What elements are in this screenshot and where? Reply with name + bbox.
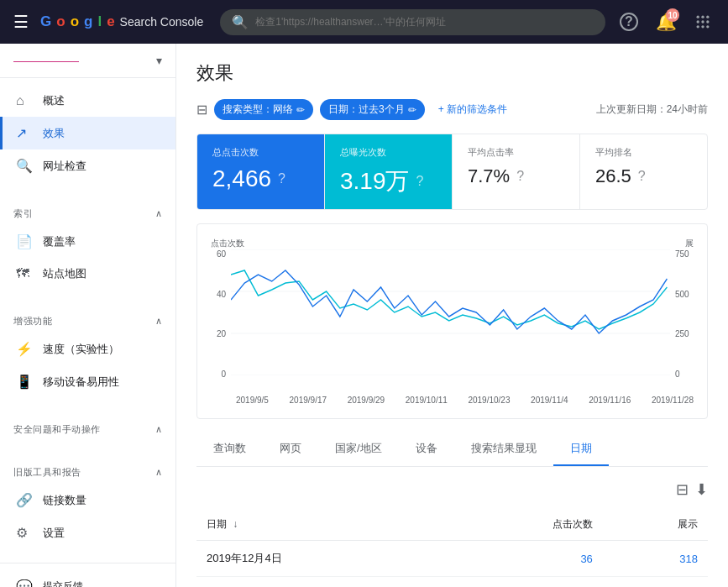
- tab-dates[interactable]: 日期: [553, 432, 609, 466]
- metric-ctr-number: 7.7%: [468, 165, 510, 187]
- svg-point-4: [701, 20, 704, 23]
- sidebar-item-speed[interactable]: ⚡ 速度（实验性）: [0, 333, 175, 365]
- x-label-5: 2019/11/4: [531, 396, 568, 405]
- add-filter-button[interactable]: + 新的筛选条件: [432, 99, 514, 120]
- tab-queries[interactable]: 查询数: [196, 432, 263, 466]
- logo-area: Google Search Console: [40, 13, 203, 30]
- row-clicks-1[interactable]: 22: [445, 577, 603, 588]
- y-right-max: 750: [675, 249, 694, 259]
- sidebar-item-feedback[interactable]: 💬 提交反馈: [0, 570, 175, 587]
- metric-card-ctr[interactable]: 平均点击率 7.7% ?: [453, 134, 580, 209]
- x-label-4: 2019/10/23: [468, 396, 510, 405]
- metric-ctr-value: 7.7% ?: [468, 165, 564, 187]
- col-date-header[interactable]: 日期 ↓: [196, 509, 445, 541]
- sidebar-item-url-inspection[interactable]: 🔍 网址检查: [0, 149, 175, 182]
- index-section-header[interactable]: 索引 ∧: [0, 202, 175, 225]
- sidebar-item-coverage[interactable]: 📄 覆盖率: [0, 225, 175, 258]
- row-impressions-1[interactable]: 315: [603, 577, 708, 588]
- site-name: ——————: [13, 55, 149, 67]
- table-row: 2019年12月4日 36 318: [196, 541, 708, 577]
- top-header: ☰ Google Search Console 🔍 ? 🔔 10: [0, 0, 728, 44]
- x-label-3: 2019/10/11: [406, 396, 448, 405]
- filter-chip-search-type[interactable]: 搜索类型：网络 ✏: [214, 99, 313, 120]
- svg-point-3: [697, 20, 699, 23]
- tab-countries[interactable]: 国家/地区: [318, 432, 399, 466]
- logo-l: l: [97, 13, 102, 30]
- tab-search-appearance[interactable]: 搜索结果显现: [454, 432, 553, 466]
- table-header-row: 日期 ↓ 点击次数 展示: [196, 509, 708, 541]
- y-right-zero: 0: [675, 369, 694, 379]
- tab-devices[interactable]: 设备: [399, 432, 454, 466]
- filter-icon[interactable]: ⊟: [196, 102, 207, 118]
- hamburger-icon[interactable]: ☰: [10, 8, 32, 35]
- links-icon: 🔗: [16, 492, 33, 508]
- metric-clicks-help[interactable]: ?: [278, 171, 285, 186]
- metric-card-position[interactable]: 平均排名 26.5 ?: [580, 134, 707, 209]
- filter-table-icon[interactable]: ⊟: [676, 480, 689, 499]
- metric-position-help[interactable]: ?: [638, 169, 646, 184]
- search-input[interactable]: [255, 16, 594, 28]
- y-left-mid: 40: [211, 290, 226, 299]
- grid-button[interactable]: [688, 7, 718, 37]
- sidebar-item-links[interactable]: 🔗 链接数量: [0, 484, 175, 516]
- collapse-icon-2: ∧: [155, 316, 163, 327]
- main-layout: —————— ▾ ⌂ 概述 ↗ 效果 🔍 网址检查 索引 ∧: [0, 44, 728, 587]
- metric-position-number: 26.5: [595, 165, 631, 187]
- clicks-line: [231, 270, 667, 333]
- logo-text: Search Console: [120, 15, 204, 29]
- table-body: 2019年12月4日 36 318 2019年12月3日 22 315 2019…: [196, 541, 708, 588]
- sidebar: —————— ▾ ⌂ 概述 ↗ 效果 🔍 网址检查 索引 ∧: [0, 44, 176, 587]
- x-label-0: 2019/9/5: [236, 396, 269, 405]
- help-button[interactable]: ?: [614, 7, 644, 37]
- row-impressions-0[interactable]: 318: [603, 541, 708, 577]
- last-updated: 上次更新日期：24小时前: [596, 102, 708, 117]
- y-left-low: 20: [211, 329, 226, 338]
- tab-devices-label: 设备: [416, 442, 437, 454]
- metric-impressions-help[interactable]: ?: [416, 174, 424, 189]
- metric-card-clicks[interactable]: 总点击次数 2,466 ?: [197, 134, 325, 209]
- svg-point-1: [701, 16, 704, 18]
- filter-chip-date[interactable]: 日期：过去3个月 ✏: [320, 99, 425, 120]
- metric-clicks-number: 2,466: [212, 165, 271, 192]
- security-section: 安全问题和手动操作 ∧: [0, 411, 175, 448]
- y-right-low: 250: [675, 329, 694, 338]
- chart-svg: [231, 249, 670, 375]
- svg-point-7: [701, 25, 704, 28]
- sidebar-item-overview[interactable]: ⌂ 概述: [0, 85, 175, 117]
- sidebar-item-sitemap[interactable]: 🗺 站点地图: [0, 258, 175, 290]
- index-header-label: 索引: [13, 207, 33, 220]
- metric-ctr-help[interactable]: ?: [516, 169, 524, 184]
- logo-g: G: [40, 13, 51, 30]
- download-icon[interactable]: ⬇: [695, 480, 708, 499]
- x-label-7: 2019/11/28: [652, 396, 694, 405]
- header-icons: ? 🔔 10: [614, 7, 718, 37]
- sidebar-item-url-label: 网址检查: [43, 159, 86, 174]
- impressions-line: [231, 270, 667, 329]
- tab-pages[interactable]: 网页: [263, 432, 318, 466]
- sidebar-item-sitemap-label: 站点地图: [43, 266, 86, 281]
- security-section-header[interactable]: 安全问题和手动操作 ∧: [0, 418, 175, 441]
- legacy-section-header[interactable]: 旧版工具和报告 ∧: [0, 461, 175, 484]
- filter-bar: ⊟ 搜索类型：网络 ✏ 日期：过去3个月 ✏ + 新的筛选条件 上次更新日期：2…: [196, 99, 708, 120]
- sidebar-item-settings[interactable]: ⚙ 设置: [0, 516, 175, 549]
- settings-icon: ⚙: [16, 525, 33, 541]
- metric-position-label: 平均排名: [595, 146, 692, 159]
- data-tabs: 查询数 网页 国家/地区 设备 搜索结果显现 日期: [196, 432, 708, 467]
- notifications-button[interactable]: 🔔 10: [651, 7, 681, 37]
- metric-card-impressions[interactable]: 总曝光次数 3.19万 ?: [325, 134, 453, 209]
- row-clicks-0[interactable]: 36: [445, 541, 603, 577]
- metric-clicks-value: 2,466 ?: [212, 165, 309, 192]
- sidebar-item-performance[interactable]: ↗ 效果: [0, 117, 175, 149]
- enhancements-section-header[interactable]: 增强功能 ∧: [0, 310, 175, 333]
- site-selector[interactable]: —————— ▾: [0, 44, 175, 78]
- x-label-2: 2019/9/29: [348, 396, 385, 405]
- col-impressions-header[interactable]: 展示: [603, 509, 708, 541]
- search-bar[interactable]: 🔍: [220, 9, 605, 35]
- sidebar-item-feedback-label: 提交反馈: [43, 579, 83, 587]
- mobile-icon: 📱: [16, 374, 33, 390]
- sidebar-item-mobile[interactable]: 📱 移动设备易用性: [0, 365, 175, 398]
- chart-x-labels: 2019/9/5 2019/9/17 2019/9/29 2019/10/11 …: [211, 392, 694, 405]
- svg-point-2: [706, 16, 709, 18]
- col-clicks-header[interactable]: 点击次数: [445, 509, 603, 541]
- y-axis-left: 60 40 20 0: [211, 249, 231, 392]
